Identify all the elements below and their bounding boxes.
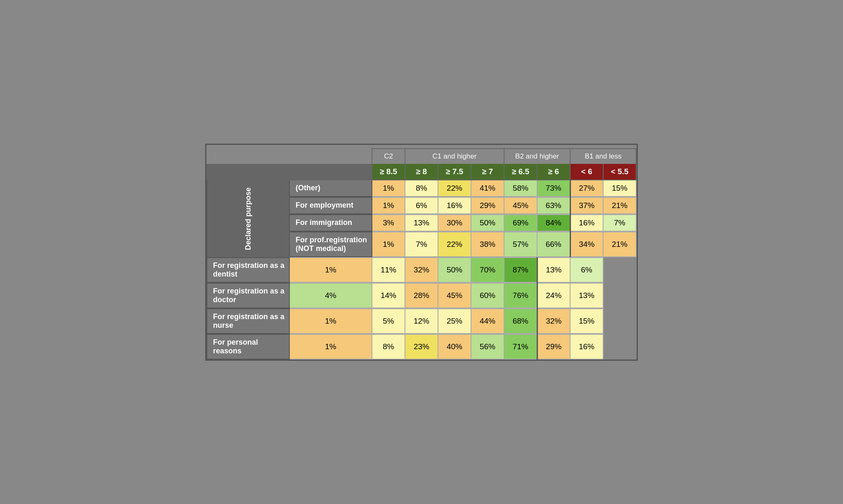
data-cell: 5%: [372, 309, 405, 334]
c2-band-header: C2: [372, 149, 405, 164]
data-cell: 29%: [471, 197, 504, 214]
data-cell: 32%: [537, 309, 570, 334]
data-cell: 22%: [438, 180, 471, 196]
data-cell: 23%: [405, 334, 438, 359]
data-cell: 16%: [570, 215, 603, 231]
data-cell: 3%: [372, 215, 405, 231]
data-cell: 11%: [372, 258, 405, 282]
data-row: For registration as a nurse1%5%12%25%44%…: [207, 309, 636, 334]
threshold-7: ≥ 7: [471, 164, 504, 180]
b2-band-header: B2 and higher: [504, 149, 570, 164]
data-row: For personal reasons1%8%23%40%56%71%29%1…: [207, 334, 636, 359]
threshold-less-5-5: < 5.5: [603, 164, 636, 180]
data-cell: 41%: [471, 180, 504, 196]
data-cell: 13%: [405, 215, 438, 231]
threshold-6-5: ≥ 6.5: [504, 164, 537, 180]
data-cell: 38%: [471, 232, 504, 257]
data-cell: 21%: [603, 197, 636, 214]
data-cell: 30%: [438, 215, 471, 231]
row-label: For prof.registration (NOT medical): [289, 232, 372, 257]
data-cell: 7%: [405, 232, 438, 257]
data-row: For registration as a dentist1%11%32%50%…: [207, 258, 636, 282]
row-label: For employment: [289, 197, 372, 214]
threshold-6: ≥ 6: [537, 164, 570, 180]
data-cell: 44%: [471, 309, 504, 334]
data-cell: 57%: [504, 232, 537, 257]
row-label: For registration as a doctor: [207, 283, 289, 308]
data-cell: 24%: [537, 283, 570, 308]
data-cell: 28%: [405, 283, 438, 308]
data-cell: 16%: [570, 334, 603, 359]
data-cell: 66%: [537, 232, 570, 257]
data-cell: 13%: [570, 283, 603, 308]
data-cell: 25%: [438, 309, 471, 334]
watermark: [206, 145, 637, 148]
data-cell: 14%: [372, 283, 405, 308]
row-label: For registration as a dentist: [207, 258, 289, 282]
data-cell: 29%: [537, 334, 570, 359]
data-cell: 45%: [438, 283, 471, 308]
row-label: For immigration: [289, 215, 372, 231]
data-cell: 7%: [603, 215, 636, 231]
data-cell: 73%: [537, 180, 570, 196]
data-cell: 70%: [471, 258, 504, 282]
threshold-row: ≥ 8.5 ≥ 8 ≥ 7.5 ≥ 7 ≥ 6.5 ≥ 6 < 6 < 5.5: [207, 164, 636, 180]
data-cell: 56%: [471, 334, 504, 359]
threshold-8: ≥ 8: [405, 164, 438, 180]
row-label: For personal reasons: [207, 334, 289, 359]
data-cell: 22%: [438, 232, 471, 257]
data-cell: 4%: [289, 283, 372, 308]
data-cell: 8%: [405, 180, 438, 196]
data-cell: 16%: [438, 197, 471, 214]
row-label: (Other): [289, 180, 372, 196]
data-cell: 68%: [504, 309, 537, 334]
side-label: Declared purpose: [207, 180, 289, 258]
data-cell: 15%: [603, 180, 636, 196]
data-cell: 6%: [570, 258, 603, 282]
threshold-7-5: ≥ 7.5: [438, 164, 471, 180]
data-cell: 87%: [504, 258, 537, 282]
data-cell: 27%: [570, 180, 603, 196]
data-cell: 8%: [372, 334, 405, 359]
data-cell: 1%: [289, 334, 372, 359]
data-cell: 1%: [289, 258, 372, 282]
data-cell: 32%: [405, 258, 438, 282]
row-label: For registration as a nurse: [207, 309, 289, 334]
main-table: C2 C1 and higher B2 and higher B1 and le…: [206, 148, 637, 360]
data-cell: 15%: [570, 309, 603, 334]
data-cell: 21%: [603, 232, 636, 257]
threshold-less-6: < 6: [570, 164, 603, 180]
data-cell: 69%: [504, 215, 537, 231]
c1-band-header: C1 and higher: [405, 149, 504, 164]
data-row: Declared purpose(Other)1%8%22%41%58%73%2…: [207, 180, 636, 196]
data-cell: 63%: [537, 197, 570, 214]
data-cell: 1%: [289, 309, 372, 334]
data-cell: 12%: [405, 309, 438, 334]
data-cell: 84%: [537, 215, 570, 231]
data-cell: 76%: [504, 283, 537, 308]
data-cell: 1%: [372, 232, 405, 257]
data-cell: 58%: [504, 180, 537, 196]
data-cell: 71%: [504, 334, 537, 359]
data-cell: 1%: [372, 197, 405, 214]
data-cell: 6%: [405, 197, 438, 214]
threshold-8-5: ≥ 8.5: [372, 164, 405, 180]
data-cell: 45%: [504, 197, 537, 214]
data-cell: 37%: [570, 197, 603, 214]
data-row: For registration as a doctor4%14%28%45%6…: [207, 283, 636, 308]
data-cell: 13%: [537, 258, 570, 282]
data-cell: 40%: [438, 334, 471, 359]
general-ielts-label: [207, 164, 372, 180]
data-cell: 34%: [570, 232, 603, 257]
data-cell: 1%: [372, 180, 405, 196]
b1-band-header: B1 and less: [570, 149, 636, 164]
data-cell: 60%: [471, 283, 504, 308]
band-category-row: C2 C1 and higher B2 and higher B1 and le…: [207, 149, 636, 164]
data-cell: 50%: [438, 258, 471, 282]
data-cell: 50%: [471, 215, 504, 231]
